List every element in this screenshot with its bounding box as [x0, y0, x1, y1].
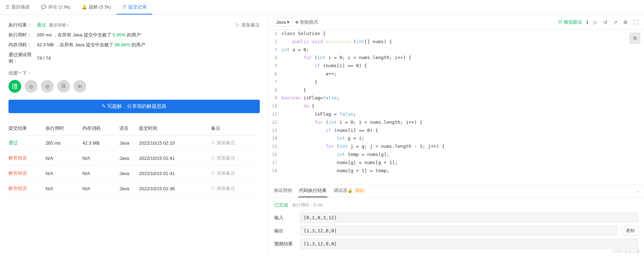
run-icon[interactable]: ▷ — [592, 19, 599, 25]
bottom-chevron-icon[interactable]: ⌄ — [636, 188, 640, 193]
result-section: 执行结果： 通过 显示详情 › ▷ 添加备注 执行用时： 265 ms ，在所有… — [8, 22, 260, 64]
diff-button[interactable]: 差别 — [622, 226, 638, 235]
fullscreen-icon[interactable]: ⛶ — [632, 19, 640, 25]
mock-interview-btn[interactable]: ⏱ 模拟面试 — [558, 19, 582, 25]
share-section: 炫耀一下： 微 ◎ ◎ 豆 in — [8, 70, 260, 93]
table-row[interactable]: 解答错误 N/A N/A Java 2022/10/15 01:36 ▷ 添加备… — [8, 181, 260, 196]
editor-toolbar: Java ▾ 智能模式 ⏱ 模拟面试 ℹ ▷ ↺ ↗ ⚙ ⛶ — [269, 15, 644, 30]
tab-testcase[interactable]: 测试用例 — [273, 184, 293, 197]
tab-execution-result[interactable]: 代码执行结果 — [298, 184, 327, 197]
cell-note[interactable]: ▷ 添加备注 — [211, 135, 260, 151]
cell-runtime: N/A — [46, 181, 83, 196]
tab-submissions[interactable]: ⏱ 提交记录 — [117, 0, 152, 14]
share-qq-icon[interactable]: ◎ — [41, 80, 54, 93]
code-line: 15 for (int j = g; j < nums.length - 1; … — [269, 142, 644, 151]
io-row-expected: 预期结果 [1,3,12,0,0] — [274, 239, 638, 249]
cell-runtime: N/A — [46, 166, 83, 181]
cell-note[interactable]: ▷ 添加备注 — [211, 181, 260, 196]
code-line: 10 do { — [269, 102, 644, 110]
smart-mode-toggle[interactable]: 智能模式 — [295, 19, 318, 25]
comment-icon: 💬 — [41, 5, 46, 10]
th-lang: 语言 — [119, 122, 139, 135]
result-row-status: 执行结果： 通过 显示详情 › ▷ 添加备注 — [8, 22, 260, 28]
code-line: 14 int g = i; — [269, 134, 644, 142]
clock-icon: ⏱ — [558, 19, 562, 25]
cell-memory: N/A — [82, 151, 119, 166]
code-line: 11 isFlag = false; — [269, 110, 644, 118]
code-line: 9boolean isFlag=false; — [269, 94, 644, 102]
cell-status[interactable]: 解答错误 — [8, 151, 46, 166]
code-line: 16 int temp = nums[g]; — [269, 151, 644, 159]
io-row-output: 输出 [1,3,12,0,0] 差别 — [274, 226, 638, 236]
code-line: 5 if (nums[i] == 0) { — [269, 62, 644, 70]
share-linkedin-icon[interactable]: in — [74, 80, 86, 93]
submissions-icon: ⏱ — [122, 5, 127, 10]
share-weibo-icon[interactable]: ◎ — [25, 80, 37, 93]
io-row-input: 输入 [0,1,0,3,12] — [274, 213, 638, 223]
table-header-row: 提交结果 执行用时 内存消耗 语言 提交时间 备注 — [8, 122, 260, 135]
cell-time: 2022/10/15 01:41 — [139, 151, 211, 166]
bottom-content: 已完成 执行用时：0 ms 输入 [0,1,0,3,12] 输出 [1,3,12… — [269, 198, 644, 256]
settings-icon[interactable]: ⚙ — [622, 19, 629, 25]
cell-time: 2022/10/15 01:41 — [139, 166, 211, 181]
input-value: [0,1,0,3,12] — [300, 213, 638, 223]
cell-note[interactable]: ▷ 添加备注 — [211, 151, 260, 166]
tab-description[interactable]: ☰ 题目描述 — [0, 0, 35, 14]
solutions-icon: 🔔 — [82, 5, 87, 10]
code-line: 1class Solution { — [269, 30, 644, 38]
write-solution-button[interactable]: ✎ 写题解，分享我的解题思路 — [8, 100, 260, 113]
left-panel: 执行结果： 通过 显示详情 › ▷ 添加备注 执行用时： 265 ms ，在所有… — [0, 15, 269, 256]
cell-lang: Java — [119, 181, 139, 196]
th-time: 提交时间 — [139, 122, 211, 135]
cell-memory: 42.3 MB — [82, 135, 119, 151]
cell-note[interactable]: ▷ 添加备注 — [211, 166, 260, 181]
cell-time: 2022/10/15 02:10 — [139, 135, 211, 151]
table-row[interactable]: 解答错误 N/A N/A Java 2022/10/15 01:41 ▷ 添加备… — [8, 151, 260, 166]
table-row[interactable]: 解答错误 N/A N/A Java 2022/10/15 01:41 ▷ 添加备… — [8, 166, 260, 181]
right-panel: Java ▾ 智能模式 ⏱ 模拟面试 ℹ ▷ ↺ ↗ ⚙ ⛶ ⧉ 1class … — [269, 15, 644, 256]
code-line: 18 nums[g + 1] = temp; — [269, 167, 644, 175]
table-row[interactable]: 通过 265 ms 42.3 MB Java 2022/10/15 02:10 … — [8, 135, 260, 151]
expected-value: [1,3,12,0,0] — [300, 239, 638, 249]
code-editor[interactable]: ⧉ 1class Solution {2 public void moveZer… — [269, 30, 644, 184]
code-line: 12 for (int i = 0; i < nums.length; i++)… — [269, 118, 644, 127]
tab-debugger[interactable]: 调试器 🔒 Beta — [333, 184, 366, 197]
th-note: 备注 — [211, 122, 260, 135]
lock-icon: 🔒 — [347, 188, 353, 193]
bottom-panel: 测试用例 代码执行结果 调试器 🔒 Beta ⌄ 已完成 执行用时：0 ms — [269, 184, 644, 256]
cell-lang: Java — [119, 166, 139, 181]
share-icon[interactable]: ↗ — [612, 19, 619, 25]
cell-memory: N/A — [82, 166, 119, 181]
description-icon: ☰ — [6, 5, 10, 10]
code-line: 7 } — [269, 78, 644, 86]
main-content: 执行结果： 通过 显示详情 › ▷ 添加备注 执行用时： 265 ms ，在所有… — [0, 15, 644, 256]
watermark: CSDN @金土曼 — [612, 249, 640, 254]
add-note-btn[interactable]: ▷ 添加备注 — [235, 22, 260, 28]
result-row-runtime: 执行用时： 265 ms ，在所有 Java 提交中击败了 5.05% 的用户 — [8, 32, 260, 38]
cell-memory: N/A — [82, 181, 119, 196]
code-line: 17 nums[g] = nums[g + 1]; — [269, 159, 644, 167]
cell-status[interactable]: 解答错误 — [8, 166, 46, 181]
result-row-memory: 内存消耗： 42.3 MB ，在所有 Java 提交中击败了 98.86% 的用… — [8, 42, 260, 48]
execution-status: 已完成 执行用时：0 ms — [274, 202, 638, 208]
reset-icon[interactable]: ↺ — [602, 19, 609, 25]
smart-mode-dot — [295, 21, 298, 24]
cell-runtime: N/A — [46, 151, 83, 166]
info-icon[interactable]: ℹ — [585, 19, 590, 25]
th-memory: 内存消耗 — [82, 122, 119, 135]
copy-btn[interactable]: ⧉ — [629, 33, 640, 44]
cell-lang: Java — [119, 135, 139, 151]
top-navigation: ☰ 题目描述 💬 评论 (2.6k) 🔔 题解 (5.5k) ⏱ 提交记录 — [0, 0, 644, 15]
tab-comments[interactable]: 💬 评论 (2.6k) — [35, 0, 76, 14]
cell-status[interactable]: 解答错误 — [8, 181, 46, 196]
show-detail-link[interactable]: 显示详情 › — [49, 22, 68, 28]
tab-solutions[interactable]: 🔔 题解 (5.5k) — [76, 0, 117, 14]
cell-time: 2022/10/15 01:36 — [139, 181, 211, 196]
cell-lang: Java — [119, 151, 139, 166]
share-wechat-icon[interactable]: 微 — [8, 80, 21, 93]
submissions-table: 提交结果 执行用时 内存消耗 语言 提交时间 备注 通过 265 ms 42.3… — [8, 122, 260, 196]
code-line: 8 } — [269, 86, 644, 94]
cell-status[interactable]: 通过 — [8, 135, 46, 151]
language-selector[interactable]: Java ▾ — [273, 18, 293, 27]
share-douban-icon[interactable]: 豆 — [57, 80, 70, 93]
